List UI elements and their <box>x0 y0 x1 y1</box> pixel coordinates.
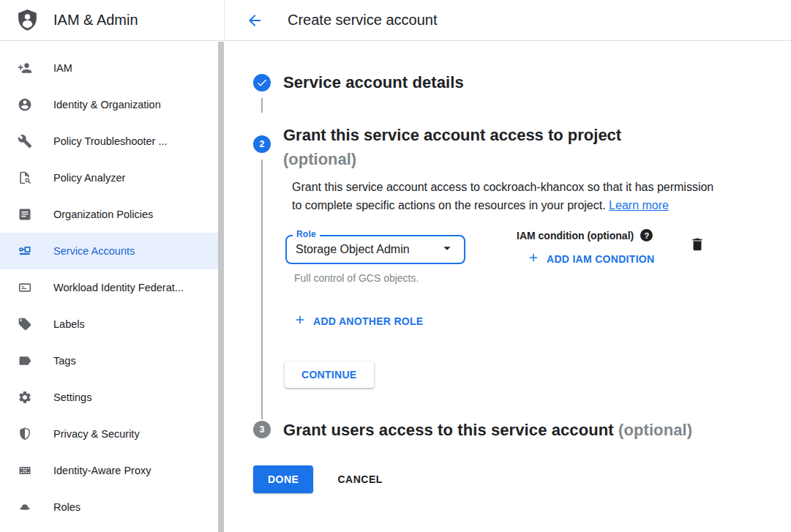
iam-shield-icon <box>15 7 40 34</box>
step-2-optional-label: (optional) <box>283 147 725 171</box>
wrench-icon <box>18 134 32 149</box>
add-another-role-wrap: ADD ANOTHER ROLE <box>293 313 725 329</box>
proxy-icon <box>18 463 32 478</box>
iam-condition-block: IAM condition (optional) ? ADD IAM CONDI… <box>517 229 654 267</box>
sidebar-item-iam[interactable]: IAM <box>0 50 218 86</box>
footer-actions: DONE CANCEL <box>253 465 791 530</box>
sidebar-item-tags[interactable]: Tags <box>0 342 218 379</box>
add-iam-condition-button[interactable]: ADD IAM CONDITION <box>527 251 654 266</box>
sidebar-header: IAM & Admin <box>0 0 224 41</box>
cancel-button[interactable]: CANCEL <box>337 473 382 485</box>
plus-icon <box>527 251 540 266</box>
step-1-complete-badge <box>253 74 271 91</box>
step-1: Service account details <box>253 74 791 123</box>
hat-icon <box>18 500 32 514</box>
person-circle-icon <box>18 97 32 112</box>
sidebar-item-policy-troubleshooter[interactable]: Policy Troubleshooter ... <box>0 123 218 160</box>
step-2: 2 Grant this service account access to p… <box>253 123 791 419</box>
add-another-role-button[interactable]: ADD ANOTHER ROLE <box>293 313 424 329</box>
sidebar-item-label: Policy Analyzer <box>53 172 125 184</box>
sidebar-item-labels[interactable]: Labels <box>0 306 218 342</box>
sidebar-item-identity-organization[interactable]: Identity & Organization <box>0 86 218 123</box>
sidebar-item-service-accounts[interactable]: Service Accounts <box>0 233 218 269</box>
step-3-title-text: Grant users access to this service accou… <box>283 421 614 439</box>
step-3-rail: 3 <box>253 419 283 441</box>
sidebar-item-label: Roles <box>53 501 80 513</box>
service-account-key-icon <box>18 244 32 258</box>
sidebar-item-label: Organization Policies <box>53 209 153 220</box>
step-2-number-badge: 2 <box>253 135 271 153</box>
sidebar-scrollbar[interactable] <box>218 42 224 532</box>
role-select-dropdown[interactable]: Storage Object Admin <box>285 235 465 264</box>
step-2-title-text: Grant this service account access to pro… <box>283 126 621 144</box>
role-row: Role Storage Object Admin Full control o… <box>285 229 725 284</box>
sidebar-item-roles[interactable]: Roles <box>0 489 218 525</box>
done-button[interactable]: DONE <box>253 465 313 493</box>
role-field-group: Role Storage Object Admin Full control o… <box>285 235 465 284</box>
sidebar-item-organization-policies[interactable]: Organization Policies <box>0 196 218 233</box>
sidebar-item-label: Tags <box>53 355 76 367</box>
sidebar-nav: IAM Identity & Organization Policy Troub… <box>0 41 224 525</box>
shield-half-icon <box>18 427 32 441</box>
learn-more-link[interactable]: Learn more <box>609 199 669 211</box>
step-1-title: Service account details <box>283 72 464 123</box>
step-2-content: Grant this service account access to pro… <box>283 123 725 419</box>
sidebar-item-label: Workload Identity Federat... <box>53 282 184 293</box>
step-3: 3 Grant users access to this service acc… <box>253 419 791 441</box>
id-card-icon <box>18 280 32 295</box>
add-another-role-label: ADD ANOTHER ROLE <box>313 315 424 327</box>
plus-icon <box>293 313 307 329</box>
sidebar-item-label: Settings <box>53 391 91 403</box>
step-3-title: Grant users access to this service accou… <box>283 419 692 441</box>
tag-arrow-icon <box>18 353 32 368</box>
step-2-rail: 2 <box>253 123 283 419</box>
sidebar-item-workload-identity-federation[interactable]: Workload Identity Federat... <box>0 269 218 306</box>
iam-condition-label: IAM condition (optional) <box>517 230 634 241</box>
check-icon <box>256 77 268 89</box>
sidebar-item-label: Identity & Organization <box>53 99 161 110</box>
step-1-rail <box>253 74 283 123</box>
chevron-down-icon <box>439 240 455 259</box>
scrollbar-thumb[interactable] <box>218 42 224 532</box>
back-button[interactable] <box>246 12 263 29</box>
step-2-title: Grant this service account access to pro… <box>283 123 725 171</box>
sidebar-item-settings[interactable]: Settings <box>0 379 218 416</box>
stepper-content: Service account details 2 Grant this ser… <box>224 41 791 530</box>
step-3-optional-label: (optional) <box>618 421 692 439</box>
add-iam-condition-label: ADD IAM CONDITION <box>547 253 654 265</box>
person-add-icon <box>18 61 32 75</box>
trash-icon <box>689 236 705 252</box>
app-window: IAM & Admin IAM Identity & Organization <box>0 0 791 532</box>
sidebar-item-privacy-security[interactable]: Privacy & Security <box>0 416 218 452</box>
iam-condition-label-row: IAM condition (optional) ? <box>517 229 654 241</box>
sidebar-item-label: Identity-Aware Proxy <box>53 465 151 476</box>
sidebar-item-label: Service Accounts <box>53 245 135 257</box>
sidebar-item-label: Labels <box>53 318 85 330</box>
delete-role-button[interactable] <box>689 236 705 255</box>
sidebar-item-label: Policy Troubleshooter ... <box>53 135 168 147</box>
step-2-description: Grant this service account access to coc… <box>292 178 725 214</box>
document-lines-icon <box>18 207 32 222</box>
step-3-number-badge: 3 <box>253 421 271 438</box>
page-title: Create service account <box>288 12 438 29</box>
role-select-value: Storage Object Admin <box>296 243 410 256</box>
label-tag-icon <box>18 317 32 331</box>
back-arrow-icon <box>246 12 263 29</box>
main-panel: Create service account Service account d… <box>224 0 791 532</box>
document-search-icon <box>18 171 32 185</box>
sidebar-title: IAM & Admin <box>53 12 138 29</box>
help-icon[interactable]: ? <box>640 229 653 241</box>
sidebar: IAM & Admin IAM Identity & Organization <box>0 0 224 532</box>
sidebar-item-policy-analyzer[interactable]: Policy Analyzer <box>0 160 218 196</box>
sidebar-item-label: IAM <box>53 62 72 74</box>
role-field-label: Role <box>293 229 320 239</box>
role-helper-text: Full control of GCS objects. <box>294 272 465 284</box>
page-header: Create service account <box>224 0 791 41</box>
step-connector-line <box>261 98 263 113</box>
sidebar-item-label: Privacy & Security <box>53 428 140 440</box>
continue-button[interactable]: CONTINUE <box>285 361 374 388</box>
sidebar-item-identity-aware-proxy[interactable]: Identity-Aware Proxy <box>0 452 218 489</box>
step-connector-line <box>261 160 263 419</box>
gear-icon <box>18 390 32 405</box>
